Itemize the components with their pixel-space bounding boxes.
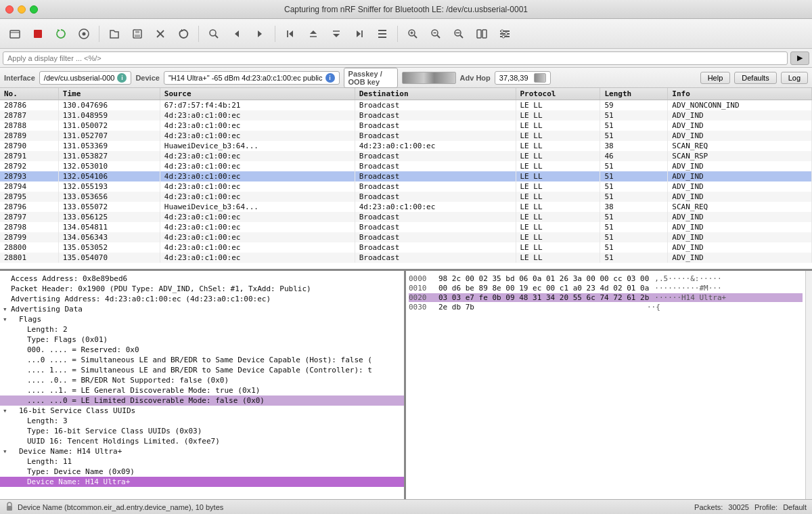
cell-no: 28795 [0,192,58,202]
columns-button[interactable] [471,23,493,45]
table-row[interactable]: 28786130.04769667:d7:57:f4:4b:21Broadcas… [0,100,812,111]
table-row[interactable]: 28798134.0548114d:23:a0:c1:00:ecBroadcas… [0,222,812,232]
table-row[interactable]: 28791131.0538274d:23:a0:c1:00:ecBroadcas… [0,151,812,161]
packet-detail[interactable]: Access Address: 0x8e89bed6Packet Header:… [0,271,406,499]
cell-dst: Broadcast [355,212,516,222]
table-row[interactable]: 28794132.0551934d:23:a0:c1:00:ecBroadcas… [0,181,812,192]
detail-tree-item[interactable]: UUID 16: Tencent Holdings Limited. (0xfe… [0,436,404,446]
cell-len: 51 [600,121,668,131]
find-button[interactable] [203,23,225,45]
options-button[interactable] [73,23,95,45]
close-capture-button[interactable] [150,23,171,45]
cell-dst: Broadcast [355,171,516,181]
scrollbar[interactable] [805,271,812,499]
table-row[interactable]: 28800135.0530524d:23:a0:c1:00:ecBroadcas… [0,242,812,253]
svg-point-42 [505,33,508,35]
detail-tree-item[interactable]: 000. .... = Reserved: 0x0 [0,345,404,355]
detail-tree-item[interactable]: 16-bit Service Class UUIDs [0,406,404,416]
hex-row: 000098 2c 00 02 35 bd 06 0a 01 26 3a 00 … [409,274,803,283]
restart-button[interactable] [50,23,72,45]
save-button[interactable] [127,23,148,45]
svg-marker-19 [333,34,340,37]
table-row[interactable]: 28787131.0489594d:23:a0:c1:00:ecBroadcas… [0,110,812,121]
reload-button[interactable] [173,23,194,45]
detail-tree-item[interactable]: Device Name: H14 Ultra+ [0,477,404,487]
svg-rect-7 [135,35,140,38]
table-row[interactable]: 28793132.0541064d:23:a0:c1:00:ecBroadcas… [0,171,812,181]
interface-select[interactable]: /dev/cu.usbserial-000 i [39,71,132,85]
status-right: Packets: 30025 Profile: Default [694,503,807,511]
detail-tree-item[interactable]: .... ...0 = LE Limited Discoverable Mode… [0,395,404,406]
detail-tree-item[interactable]: .... .0.. = BR/EDR Not Supported: false … [0,375,404,385]
cell-time: 135.054070 [58,253,160,263]
detail-tree-item[interactable]: Type: Flags (0x01) [0,335,404,345]
detail-tree-item[interactable]: Length: 2 [0,324,404,335]
cell-no: 28790 [0,141,58,151]
svg-rect-23 [378,30,386,31]
open-button[interactable] [4,23,26,45]
detail-tree-item[interactable]: Length: 11 [0,456,404,467]
close-window-button[interactable] [5,5,14,14]
detail-tree-item[interactable]: Length: 3 [0,416,404,426]
table-row[interactable]: 28795133.0536564d:23:a0:c1:00:ecBroadcas… [0,192,812,202]
zoom-fit-button[interactable] [448,23,470,45]
log-button[interactable]: Log [781,72,808,84]
col-source: Source [160,88,355,100]
cell-time: 133.053656 [58,192,160,202]
hex-dump[interactable]: 000098 2c 00 02 35 bd 06 0a 01 26 3a 00 … [406,271,805,499]
detail-tree-item[interactable]: Type: Device Name (0x09) [0,467,404,477]
hex-offset: 0000 [409,274,433,283]
adv-hop-select[interactable]: 37,38,39 [495,71,551,85]
go-next-button[interactable] [325,23,347,45]
detail-tree-item[interactable]: Advertising Address: 4d:23:a0:c1:00:ec (… [0,294,404,304]
hex-row: 00302e db 7b··{ [409,303,803,312]
adv-hop-slider[interactable] [534,73,546,83]
zoom-in-button[interactable] [402,23,424,45]
table-row[interactable]: 28799134.0563434d:23:a0:c1:00:ecBroadcas… [0,232,812,242]
detail-tree-item[interactable]: Packet Header: 0x1900 (PDU Type: ADV_IND… [0,284,404,294]
cell-dst: Broadcast [355,121,516,131]
cell-src: 4d:23:a0:c1:00:ec [160,253,355,263]
forward-button[interactable] [249,23,271,45]
prefs-button[interactable] [494,23,516,45]
detail-tree-item[interactable]: .... 1... = Simultaneous LE and BR/EDR t… [0,365,404,375]
table-row[interactable]: 28797133.0561254d:23:a0:c1:00:ecBroadcas… [0,212,812,222]
cell-src: 4d:23:a0:c1:00:ec [160,181,355,192]
filter-arrow-button[interactable]: ▶ [790,51,809,65]
minimize-window-button[interactable] [18,5,26,14]
device-select[interactable]: "H14 Ultra+" -65 dBm 4d:23:a0:c1:00:ec p… [164,71,340,85]
table-row[interactable]: 28788131.0500724d:23:a0:c1:00:ecBroadcas… [0,121,812,131]
hex-row: 001000 d6 be 89 8e 00 19 ec 00 c1 a0 23 … [409,284,803,293]
passkey-slider[interactable] [402,72,456,84]
table-row[interactable]: 28789131.0527074d:23:a0:c1:00:ecBroadcas… [0,131,812,141]
table-row[interactable]: 28796133.055072HuaweiDevice_b3:64...4d:2… [0,202,812,212]
table-row[interactable]: 28801135.0540704d:23:a0:c1:00:ecBroadcas… [0,253,812,263]
cell-time: 131.050072 [58,121,160,131]
zoom-out-button[interactable] [425,23,447,45]
cell-info: SCAN_RSP [668,151,812,161]
table-row[interactable]: 28790131.053369HuaweiDevice_b3:64...4d:2… [0,141,812,151]
detail-tree-item[interactable]: Access Address: 0x8e89bed6 [0,274,404,284]
go-prev-button[interactable] [302,23,324,45]
detail-tree-item[interactable]: ...0 .... = Simultaneous LE and BR/EDR t… [0,355,404,365]
maximize-window-button[interactable] [30,5,38,14]
stop-button[interactable] [27,23,49,45]
help-button[interactable]: Help [700,72,731,84]
defaults-button[interactable]: Defaults [734,72,776,84]
detail-tree-item[interactable]: Type: 16-bit Service Class UUIDs (0x03) [0,426,404,436]
display-filter-input[interactable] [3,51,788,65]
go-last-button[interactable] [348,23,370,45]
back-icon [231,28,243,40]
table-row[interactable]: 28792132.0530104d:23:a0:c1:00:ecBroadcas… [0,161,812,171]
detail-tree-item[interactable]: Advertising Data [0,304,404,314]
detail-tree-item[interactable]: Flags [0,314,404,324]
packet-list[interactable]: No. Time Source Destination Protocol Len… [0,88,812,271]
back-button[interactable] [226,23,248,45]
go-first-button[interactable] [279,23,301,45]
detail-tree-item[interactable]: Device Name: H14 Ultra+ [0,446,404,456]
bottom-panel: Access Address: 0x8e89bed6Packet Header:… [0,271,812,499]
open-file-button[interactable] [104,23,125,45]
expand-button[interactable] [371,23,393,45]
passkey-input[interactable]: Passkey / OOB key [344,68,398,88]
detail-tree-item[interactable]: .... ..1. = LE General Discoverable Mode… [0,385,404,395]
